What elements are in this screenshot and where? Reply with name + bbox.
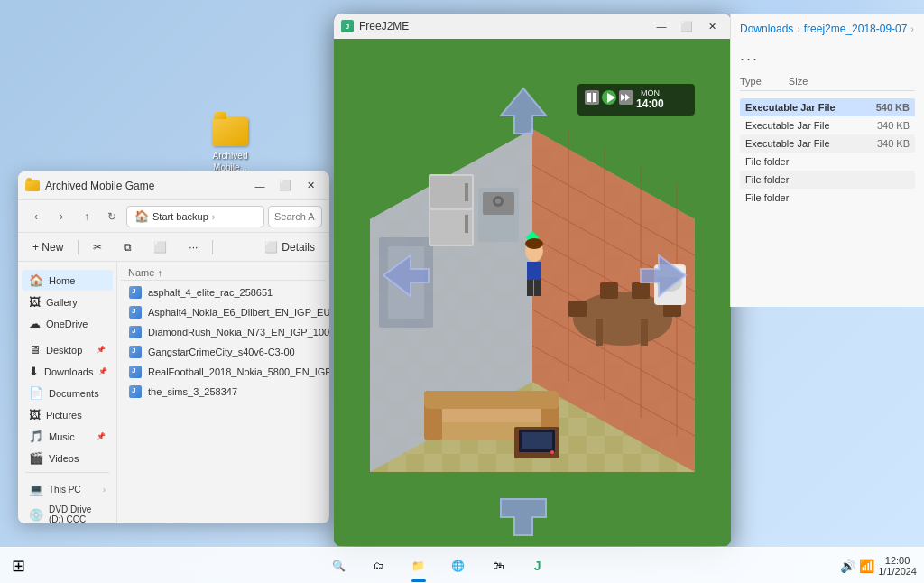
sidebar-item-music[interactable]: 🎵 Music 📌 (22, 426, 113, 447)
breadcrumb-sep-2: › (910, 24, 913, 34)
svg-rect-39 (424, 391, 559, 409)
taskbar-clock[interactable]: 12:00 1/1/2024 (878, 555, 917, 577)
new-button[interactable]: + New (25, 236, 70, 258)
gallery-icon: 🖼 (29, 295, 41, 309)
detail-size-2: 340 KB (877, 138, 910, 149)
detail-row: File folder (740, 189, 915, 207)
refresh-button[interactable]: ↻ (101, 206, 123, 227)
detail-type-5: File folder (745, 192, 902, 203)
sidebar-item-gallery[interactable]: 🖼 Gallery (22, 292, 113, 312)
detail-rows: Executable Jar File540 KBExecutable Jar … (740, 98, 915, 207)
explorer-content: 🏠 Home 🖼 Gallery ☁ OneDrive 🖥 Desktop 📌 … (18, 262, 329, 523)
jar-file-icon-3 (128, 325, 143, 339)
dvd-icon: 💿 (29, 508, 43, 522)
pin-icon-music: 📌 (97, 432, 106, 440)
detail-type-3: File folder (745, 156, 902, 167)
taskbar-edge[interactable]: 🌐 (440, 548, 476, 584)
file-name-6: the_sims_3_258347 (148, 386, 237, 397)
desktop-icon-archived-game[interactable]: Archived Mobile... (199, 117, 262, 173)
svg-rect-29 (596, 319, 603, 346)
svg-rect-34 (632, 282, 650, 299)
close-button[interactable]: ✕ (299, 177, 322, 195)
address-icon: 🏠 (134, 209, 149, 223)
folder-icon (212, 117, 248, 146)
desktop-icon-label: Archived Mobile... (213, 150, 248, 173)
breadcrumb-downloads[interactable]: Downloads (740, 23, 793, 35)
forward-button[interactable]: › (51, 206, 72, 227)
svg-rect-49 (527, 262, 541, 280)
list-item[interactable]: the_sims_3_258347 (121, 382, 326, 402)
file-name-3: DiamondRush_Nokia_N73_EN_IGP_100 (148, 327, 329, 338)
list-item[interactable]: GangstarCrimeCity_s40v6-C3-00 (121, 342, 326, 362)
expand-icon-thispc: › (103, 486, 106, 495)
address-bar[interactable]: 🏠 Start backup › (126, 206, 264, 227)
taskbar: ⊞ 🔍 🗂 📁 🌐 🛍 J 🔊 📶 12:00 1/1/2024 (0, 547, 924, 583)
list-item[interactable]: RealFootball_2018_Nokia_5800_EN_IGP_E... (121, 362, 326, 382)
list-item[interactable]: Asphalt4_Nokia_E6_Dilbert_EN_IGP_EU_T... (121, 302, 326, 322)
sidebar-label-home: Home (49, 275, 75, 286)
taskbar-explorer[interactable]: 📁 (401, 548, 437, 584)
sidebar-item-pictures[interactable]: 🖼 Pictures (22, 404, 113, 425)
file-name-4: GangstarCrimeCity_s40v6-C3-00 (148, 347, 295, 357)
details-button[interactable]: ⬜ Details (257, 236, 322, 258)
restore-button[interactable]: ⬜ (273, 177, 297, 195)
game-scene-svg: MON 14:00 (334, 39, 731, 546)
address-text: Start backup (152, 211, 208, 222)
paste-button[interactable]: ⬜ (146, 236, 174, 258)
detail-size-0: 540 KB (876, 102, 910, 113)
list-item[interactable]: asphalt_4_elite_rac_258651 (121, 282, 326, 302)
taskbar-store[interactable]: 🛍 (480, 548, 516, 584)
svg-rect-51 (534, 280, 541, 296)
sidebar-label-thispc: This PC (49, 485, 81, 495)
game-minimize-button[interactable]: — (650, 17, 673, 35)
svg-rect-23 (465, 215, 468, 233)
minimize-button[interactable]: — (248, 177, 272, 195)
sidebar-label-desktop: Desktop (46, 345, 82, 356)
folder-title-icon (25, 180, 40, 191)
game-restore-button[interactable]: ⬜ (675, 17, 698, 35)
game-close-button[interactable]: ✕ (700, 17, 724, 35)
downloads-icon: ⬇ (29, 365, 39, 378)
freej2me-icon: J (341, 20, 354, 32)
taskbar-search[interactable]: 🔍 (321, 548, 357, 584)
back-button[interactable]: ‹ (25, 206, 47, 227)
game-window-controls: — ⬜ ✕ (650, 17, 724, 35)
detail-type-0: Executable Jar File (745, 102, 869, 113)
jar-file-icon-6 (128, 384, 143, 399)
sidebar-item-videos[interactable]: 🎬 Videos (22, 448, 113, 468)
breadcrumb-folder[interactable]: freej2me_2018-09-07 (804, 23, 908, 35)
more-options[interactable]: ... (740, 46, 915, 65)
thispc-icon: 💻 (29, 483, 43, 496)
svg-rect-59 (587, 93, 591, 102)
detail-row: Executable Jar File340 KB (740, 116, 915, 134)
type-header: Type (740, 76, 762, 87)
svg-text:MON: MON (641, 88, 660, 97)
sidebar-item-onedrive[interactable]: ☁ OneDrive (22, 313, 113, 334)
size-header: Size (789, 76, 808, 87)
more-options-button[interactable]: ··· (181, 236, 205, 258)
search-input[interactable] (268, 206, 322, 227)
game-screen[interactable]: MON 14:00 (334, 39, 731, 546)
copy-button[interactable]: ⧉ (116, 236, 139, 258)
list-item[interactable]: DiamondRush_Nokia_N73_EN_IGP_100 (121, 322, 326, 342)
detail-row: File folder (740, 171, 915, 189)
taskbar-widgets[interactable]: 🗂 (361, 548, 397, 584)
start-button[interactable]: ⊞ (0, 548, 36, 584)
cmd-sep-1 (78, 240, 79, 254)
sidebar-item-home[interactable]: 🏠 Home (22, 270, 113, 291)
sidebar-label-pictures: Pictures (46, 410, 82, 421)
home-icon: 🏠 (29, 273, 43, 287)
window-controls: — ⬜ ✕ (248, 177, 322, 195)
sidebar-item-thispc[interactable]: 💻 This PC › (22, 479, 113, 500)
details-header: Type Size (740, 76, 915, 91)
sidebar-item-downloads[interactable]: ⬇ Downloads 📌 (22, 361, 113, 382)
sidebar-item-documents[interactable]: 📄 Documents (22, 383, 113, 403)
cut-button[interactable]: ✂ (86, 236, 109, 258)
sidebar-item-dvddrive[interactable]: 💿 DVD Drive (D:) CCC (22, 501, 113, 523)
up-button[interactable]: ↑ (76, 206, 97, 227)
sidebar-item-desktop[interactable]: 🖥 Desktop 📌 (22, 339, 113, 360)
explorer-title: Archived Mobile Game (45, 180, 248, 192)
sidebar-label-onedrive: OneDrive (46, 319, 88, 329)
taskbar-freej2me[interactable]: J (520, 548, 556, 584)
sidebar-label-videos: Videos (49, 453, 79, 464)
